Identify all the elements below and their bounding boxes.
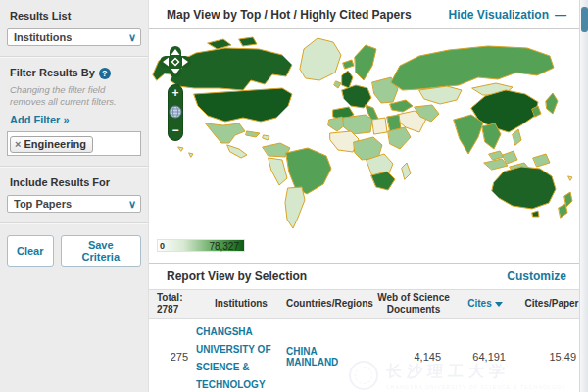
remove-filter-icon[interactable]: × — [15, 138, 21, 150]
vertical-scrollbar[interactable] — [579, 0, 588, 392]
column-documents: Web of Science Documents — [372, 292, 455, 316]
world-map-region: + − 0 78,327 — [149, 29, 588, 241]
institution-link[interactable]: CHANGSHA UNIVERSITY OF SCIENCE & TECHNOL… — [196, 326, 271, 390]
country-tasmania[interactable] — [532, 211, 539, 217]
sort-desc-icon — [495, 302, 503, 307]
country-brazil[interactable] — [286, 148, 331, 194]
country-usa[interactable] — [194, 88, 292, 122]
include-results-section: Include Results For Top Papers ∨ — [0, 167, 148, 223]
row-cites-paper: 15.49 — [515, 351, 588, 363]
country-australia[interactable] — [492, 167, 556, 209]
clear-button[interactable]: Clear — [7, 235, 54, 267]
country-canada-arctic-1[interactable] — [208, 39, 231, 49]
country-uk[interactable] — [342, 71, 353, 88]
column-total: Total: 2787 — [157, 292, 196, 316]
country-indonesia-west[interactable] — [484, 159, 508, 170]
column-cites-paper: Cites/Paper — [515, 298, 588, 310]
country-india[interactable] — [454, 115, 483, 154]
region-scandinavia[interactable] — [355, 45, 376, 80]
column-countries: Countries/Regions — [286, 298, 372, 310]
filter-note: Changing the filter field removes all cu… — [10, 84, 138, 109]
country-madagascar[interactable] — [402, 163, 411, 179]
map-color-legend: 0 78,327 — [157, 239, 245, 252]
country-papua-new-guinea[interactable] — [533, 154, 550, 167]
chevron-down-icon: ∨ — [128, 198, 136, 211]
report-title: Report View by Selection — [167, 270, 307, 283]
sidebar-buttons: Clear Save Criteria — [7, 235, 141, 267]
active-filters-box: × Engineering — [7, 131, 141, 156]
country-canada-arctic-2[interactable] — [239, 37, 257, 46]
row-documents: 4,145 — [372, 351, 455, 363]
country-greenland[interactable] — [300, 38, 341, 80]
row-country-cell: CHINA MAINLAND — [286, 346, 372, 368]
map-title: Map View by Top / Hot / Highly Cited Pap… — [167, 8, 412, 22]
islands-hawaii-2[interactable] — [189, 153, 193, 157]
table-header-row: Total: 2787 Institutions Countries/Regio… — [149, 289, 588, 318]
include-results-value: Top Papers — [14, 198, 72, 210]
country-argentina-chile[interactable] — [285, 187, 305, 228]
scrollbar-thumb[interactable] — [581, 7, 588, 32]
zoom-in-button[interactable]: + — [172, 86, 178, 100]
country-hispaniola[interactable] — [263, 135, 270, 140]
country-peru[interactable] — [269, 158, 287, 185]
results-list-label: Results List — [10, 10, 138, 22]
results-list-value: Institutions — [14, 31, 72, 43]
country-ireland[interactable] — [334, 81, 341, 88]
map-zoom-control[interactable]: + − — [168, 84, 183, 141]
choropleth-world-map — [149, 29, 588, 241]
country-russia[interactable] — [391, 46, 554, 90]
globe-icon[interactable] — [170, 106, 181, 118]
country-japan[interactable] — [546, 93, 558, 114]
country-south-africa[interactable] — [371, 172, 395, 190]
zoom-out-button[interactable]: − — [172, 123, 178, 137]
customize-link[interactable]: Customize — [507, 270, 566, 283]
chevron-down-icon: ∨ — [128, 31, 136, 44]
row-institution-cell: CHANGSHA UNIVERSITY OF SCIENCE & TECHNOL… — [196, 321, 286, 392]
region-western-europe[interactable] — [342, 85, 371, 108]
filters-sidebar: Results List Institutions ∨ Filter Resul… — [0, 0, 149, 392]
filter-results-section: Filter Results By? Changing the filter f… — [0, 57, 148, 167]
legend-min-value: 0 — [160, 241, 165, 251]
country-mexico[interactable] — [206, 123, 245, 143]
country-new-zealand-south[interactable] — [559, 204, 567, 218]
results-list-select[interactable]: Institutions ∨ — [7, 28, 141, 46]
hide-visualization-link[interactable]: Hide Visualization— — [449, 8, 566, 22]
country-libya[interactable] — [372, 118, 387, 134]
column-institutions: Institutions — [196, 298, 286, 310]
filter-tag-engineering[interactable]: × Engineering — [10, 136, 93, 153]
save-criteria-button[interactable]: Save Criteria — [61, 235, 141, 267]
map-pan-control[interactable] — [159, 45, 192, 78]
row-rank: 275 — [157, 351, 196, 363]
table-row: 275 CHANGSHA UNIVERSITY OF SCIENCE & TEC… — [149, 318, 588, 392]
country-philippines[interactable] — [513, 129, 521, 145]
region-central-america[interactable] — [227, 145, 247, 158]
include-results-label: Include Results For — [10, 176, 138, 188]
islands-fiji[interactable] — [568, 176, 572, 180]
report-section: Report View by Selection Customize Total… — [149, 263, 588, 392]
filter-tag-label: Engineering — [24, 138, 86, 150]
country-iceland[interactable] — [343, 60, 354, 69]
column-cites-sort[interactable]: Cites — [455, 298, 515, 310]
include-results-select[interactable]: Top Papers ∨ — [7, 195, 141, 213]
collapse-icon: — — [555, 8, 566, 22]
islands-hawaii-1[interactable] — [178, 147, 183, 151]
country-cuba[interactable] — [246, 131, 260, 137]
help-icon[interactable]: ? — [99, 68, 111, 79]
results-list-section: Results List Institutions ∨ — [0, 0, 148, 57]
region-horn-of-africa[interactable] — [388, 127, 411, 149]
esi-map-view-page: Results List Institutions ∨ Filter Resul… — [0, 0, 588, 392]
country-link[interactable]: CHINA MAINLAND — [286, 346, 351, 368]
main-panel: Map View by Top / Hot / Highly Cited Pap… — [149, 0, 588, 392]
filter-results-title: Filter Results By? — [10, 67, 138, 79]
row-cites: 64,191 — [455, 351, 515, 363]
legend-max-value: 78,327 — [209, 241, 239, 252]
add-filter-link[interactable]: Add Filter » — [10, 114, 70, 125]
region-central-asia[interactable] — [419, 86, 462, 104]
report-header: Report View by Selection Customize — [149, 264, 588, 289]
map-header: Map View by Top / Hot / Highly Cited Pap… — [149, 0, 588, 29]
